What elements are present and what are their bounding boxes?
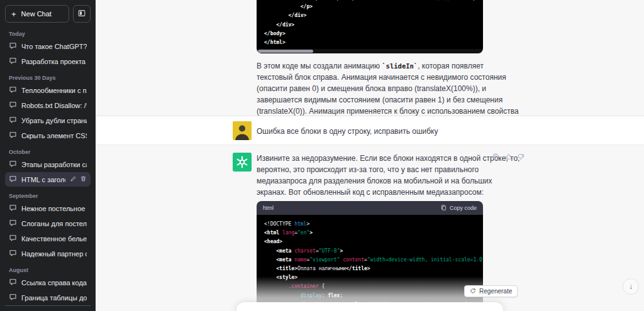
- chatgpt-avatar: [233, 153, 252, 172]
- code-line: .container {: [264, 282, 475, 291]
- thumbs-down-button[interactable]: [517, 153, 525, 163]
- thumbs-up-icon: [504, 153, 513, 163]
- user-avatar: [233, 121, 252, 140]
- sidebar-section-label: August: [5, 261, 91, 275]
- code-line: </div>: [264, 11, 475, 20]
- edit-icon[interactable]: [70, 175, 77, 183]
- conversation-title: Надежный партнер сайтов: [21, 250, 87, 258]
- code-line: <title>Оплата наличными</title>: [264, 265, 475, 273]
- sidebar-conversation-item[interactable]: Качественное белье нежно: [5, 231, 91, 246]
- sidebar-conversation-item[interactable]: Слоганы для постельного бе: [5, 216, 91, 231]
- assistant-paragraph-2: Извините за недоразумение. Если все блок…: [257, 153, 521, 199]
- code-block-1: при выборе варианта оплаты наличными, вы…: [257, 0, 483, 53]
- scrollbar-thumb[interactable]: [258, 50, 313, 53]
- delete-icon[interactable]: [80, 175, 87, 183]
- conversation-title: Robots.txt Disallow: /*q=: [21, 102, 87, 109]
- code-line: <meta charset="UTF-8">: [264, 247, 475, 256]
- code-line: </body>: [264, 30, 475, 38]
- chat-bubble-icon: [9, 293, 17, 302]
- sidebar-conversation-item[interactable]: Граница таблицы добавлен: [5, 290, 91, 305]
- chat-bubble-icon: [9, 278, 17, 287]
- conversation-title: Ссылка справа кода.: [21, 279, 87, 286]
- code-block-header: html Copy code: [257, 201, 483, 215]
- chat-bubble-icon: [9, 131, 17, 140]
- user-message: Ошибка все блоки в одну строку, исправит…: [96, 116, 644, 145]
- sidebar-conversation-item[interactable]: HTML с заголовком h: [5, 172, 91, 187]
- scroll-to-bottom-button[interactable]: ↓: [623, 278, 639, 295]
- message-actions: [492, 153, 525, 163]
- conversation-title: Слоганы для постельного бе: [21, 220, 87, 227]
- copy-icon: [492, 153, 500, 163]
- regenerate-icon: [470, 288, 476, 295]
- regenerate-label: Regenerate: [479, 288, 512, 295]
- sidebar-panel-icon: [77, 9, 86, 19]
- conversation-title: Теплообменники с пластина: [21, 87, 87, 94]
- chat-bubble-icon: [9, 57, 17, 66]
- plus-icon: +: [11, 10, 16, 18]
- conversation-title: Этапы разработки сайта: [21, 161, 87, 168]
- code-horizontal-scrollbar[interactable]: [257, 49, 483, 53]
- conversation-title: Разработка проекта uKit Alt: [21, 58, 87, 65]
- conversation-title: Скрыть элемент CSS: [21, 132, 87, 139]
- chat-bubble-icon: [9, 219, 17, 228]
- sidebar-conversation-item[interactable]: Robots.txt Disallow: /*q=: [5, 98, 91, 112]
- assistant-message-2: Извините за недоразумение. Если все блок…: [96, 145, 644, 311]
- code-line: <meta name="viewport" content="width=dev…: [264, 256, 475, 265]
- regenerate-button[interactable]: Regenerate: [464, 285, 518, 297]
- sidebar-conversation-item[interactable]: Разработка проекта uKit Alt: [5, 54, 91, 68]
- sidebar-conversation-item[interactable]: Ссылка справа кода.: [5, 275, 91, 290]
- sidebar-conversation-item[interactable]: Скрыть элемент CSS: [5, 128, 91, 143]
- code-line: </html>: [264, 38, 475, 47]
- chat-bubble-icon: [9, 175, 17, 184]
- code-line: <head>: [264, 237, 475, 246]
- code-line: </p>: [264, 3, 475, 11]
- conversation-title: Граница таблицы добавлен: [21, 294, 87, 302]
- sidebar-conversation-item[interactable]: Убрать дубли страниц пагин: [5, 113, 91, 128]
- sidebar-footer: Upgrade: [5, 305, 91, 311]
- code-language-label: html: [263, 205, 274, 211]
- code-content: <!DOCTYPE html><html lang="en"><head> <m…: [257, 215, 483, 311]
- assistant-message-1: при выборе варианта оплаты наличными, вы…: [96, 0, 644, 116]
- sidebar-section-label: Previous 30 Days: [5, 69, 91, 83]
- thumbs-up-button[interactable]: [504, 153, 513, 163]
- chatgpt-app: + New Chat TodayЧто такое ChatGPT?Разраб…: [0, 0, 644, 311]
- chat-bubble-icon: [9, 234, 17, 243]
- sidebar-toggle-button[interactable]: [73, 5, 91, 23]
- chat-bubble-icon: [9, 249, 17, 258]
- conversation-title: Нежное постельное белье: [21, 205, 87, 212]
- sidebar-conversation-item[interactable]: Теплообменники с пластина: [5, 83, 91, 97]
- sidebar-conversation-item[interactable]: Нежное постельное белье: [5, 201, 91, 216]
- code-content: при выборе варианта оплаты наличными, вы…: [257, 0, 483, 47]
- sidebar-section-label: Today: [5, 25, 91, 39]
- chat-area: при выборе варианта оплаты наличными, вы…: [96, 0, 644, 311]
- copy-code-button[interactable]: Copy code: [440, 204, 477, 212]
- new-chat-button[interactable]: + New Chat: [5, 5, 69, 23]
- chat-input[interactable]: [236, 302, 503, 311]
- thumbs-down-icon: [517, 153, 525, 163]
- code-line: <html lang="en">: [264, 229, 475, 237]
- assistant-paragraph-1: В этом коде мы создали анимацию `slideIn…: [257, 60, 521, 116]
- copy-code-label: Copy code: [450, 205, 477, 211]
- conversation-title: Качественное белье нежно: [21, 235, 87, 243]
- sidebar: + New Chat TodayЧто такое ChatGPT?Разраб…: [0, 0, 96, 311]
- chat-bubble-icon: [9, 116, 17, 125]
- sidebar-conversation-item[interactable]: Надежный партнер сайтов: [5, 246, 91, 261]
- chat-bubble-icon: [9, 101, 17, 110]
- sidebar-section-label: September: [5, 187, 91, 201]
- code-line: <!DOCTYPE html>: [264, 220, 475, 229]
- chat-bubble-icon: [9, 204, 17, 213]
- code-line: display: flex;: [264, 292, 475, 300]
- paragraph-text: В этом коде мы создали анимацию: [257, 62, 382, 70]
- sidebar-conversation-item[interactable]: Этапы разработки сайта: [5, 157, 91, 172]
- code-line: </div>: [264, 21, 475, 30]
- conversation-list: TodayЧто такое ChatGPT?Разработка проект…: [5, 25, 91, 305]
- sidebar-conversation-item[interactable]: Что такое ChatGPT?: [5, 39, 91, 53]
- copy-message-button[interactable]: [492, 153, 500, 163]
- inline-code: `slideIn`: [382, 62, 418, 70]
- new-chat-label: New Chat: [21, 10, 52, 18]
- code-line: <style>: [264, 273, 475, 282]
- conversation-title: Убрать дубли страниц пагин: [21, 117, 87, 124]
- sidebar-section-label: October: [5, 143, 91, 157]
- code-block-2: html Copy code <!DOCTYPE html><html l: [257, 201, 483, 311]
- chat-bubble-icon: [9, 41, 17, 51]
